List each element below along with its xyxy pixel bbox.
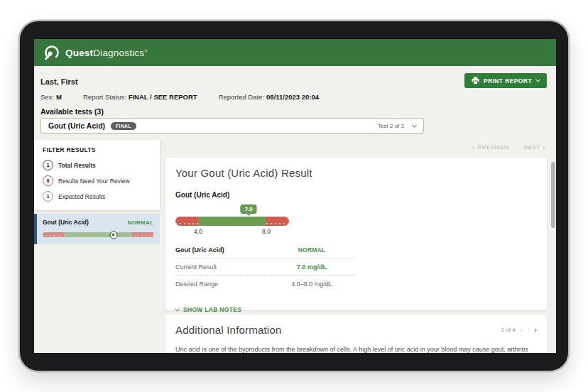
filter-item-total-results[interactable]: 1 Total Results bbox=[43, 160, 153, 170]
filter-item-need-review[interactable]: 0 Results Need Your Review bbox=[43, 175, 153, 186]
next-page-button[interactable]: › bbox=[534, 326, 537, 334]
selected-test: Gout (Uric Acid) FINAL bbox=[48, 121, 136, 130]
brand-logo: QuestDiagnostics® bbox=[43, 45, 148, 61]
table-header-row: Gout (Uric Acid) NORMAL bbox=[175, 241, 354, 258]
quest-logo-icon bbox=[43, 45, 60, 61]
chevron-right-icon: › bbox=[543, 143, 545, 151]
result-test-name: Gout (Uric Acid) bbox=[175, 191, 537, 199]
gauge-value-badge: 7.0 bbox=[241, 205, 257, 214]
patient-sex: Sex:M bbox=[40, 93, 62, 101]
gauge-high-label: 8.0 bbox=[262, 228, 271, 235]
previous-button[interactable]: ‹PREVIOUS bbox=[472, 143, 509, 151]
report-status: Report Status:FINAL / SEE REPORT bbox=[83, 93, 197, 101]
gauge-high-zone bbox=[266, 217, 289, 226]
chevron-down-icon bbox=[535, 77, 540, 82]
reported-date: Reported Date:08/11/2023 20:04 bbox=[219, 93, 319, 101]
current-result-label: Current Result bbox=[175, 263, 217, 271]
show-lab-notes-link[interactable]: SHOW LAB NOTES bbox=[175, 306, 537, 313]
selected-card-test-name: Gout (Uric Acid) bbox=[43, 219, 89, 226]
current-result-value: 7.0 mg/dL bbox=[269, 263, 354, 271]
print-report-label: PRINT REPORT bbox=[484, 77, 532, 85]
normal-status-label: NORMAL bbox=[128, 219, 153, 226]
count-badge-expected: 1 bbox=[43, 191, 53, 202]
gauge-low-zone bbox=[175, 217, 198, 226]
desired-range-label: Desired Range bbox=[175, 281, 218, 288]
gauge-bar bbox=[175, 217, 289, 226]
filter-panel-title: FILTER RESULTS bbox=[43, 146, 153, 153]
filter-label-total: Total Results bbox=[58, 162, 96, 169]
gauge-indicator bbox=[109, 231, 117, 239]
count-badge-total: 1 bbox=[43, 160, 53, 170]
desired-range-value: 4.0–8.0 mg/dL bbox=[269, 281, 354, 288]
chevron-down-icon bbox=[175, 306, 180, 311]
table-test-name: Gout (Uric Acid) bbox=[175, 246, 224, 254]
final-status-badge: FINAL bbox=[111, 122, 136, 130]
registered-mark: ® bbox=[144, 48, 148, 53]
lab-notes-label: SHOW LAB NOTES bbox=[183, 306, 241, 313]
pager-divider: | bbox=[528, 327, 529, 333]
printer-icon bbox=[472, 77, 479, 85]
additional-pager: 1 of 4 ‹ | › bbox=[501, 326, 537, 334]
count-badge-review: 0 bbox=[43, 175, 53, 186]
additional-card-header: Additional Information 1 of 4 ‹ | › bbox=[175, 324, 537, 336]
gauge-normal-zone bbox=[198, 217, 266, 226]
result-table: Gout (Uric Acid) NORMAL Current Result 7… bbox=[175, 241, 354, 292]
brand-name: QuestDiagnostics® bbox=[65, 48, 148, 58]
test-selector-dropdown[interactable]: Gout (Uric Acid) FINAL Test 2 of 3 bbox=[40, 118, 424, 134]
report-status-value: FINAL / SEE REPORT bbox=[129, 93, 197, 101]
result-title: Your Gout (Uric Acid) Result bbox=[175, 167, 537, 179]
prev-page-button[interactable]: ‹ bbox=[521, 326, 523, 334]
filter-label-review: Results Need Your Review bbox=[58, 178, 130, 185]
previous-label: PREVIOUS bbox=[478, 144, 510, 151]
filter-sidebar: FILTER RESULTS 1 Total Results 0 Results… bbox=[34, 140, 160, 244]
gauge-high-zone bbox=[131, 232, 153, 237]
chevron-left-icon: ‹ bbox=[472, 143, 475, 151]
table-status-value: NORMAL bbox=[269, 246, 354, 254]
page-indicator: 1 of 4 bbox=[501, 327, 516, 333]
tablet-frame: QuestDiagnostics® Last, First Sex:M Repo… bbox=[20, 21, 568, 371]
additional-information-card: Additional Information 1 of 4 ‹ | › Uric… bbox=[165, 315, 547, 353]
additional-body-text: Uric acid is one of the byproducts from … bbox=[175, 345, 535, 353]
table-row: Desired Range 4.0–8.0 mg/dL bbox=[175, 276, 354, 292]
sex-value: M bbox=[56, 93, 62, 101]
gauge-low-label: 4.0 bbox=[194, 228, 202, 235]
app-screen: QuestDiagnostics® Last, First Sex:M Repo… bbox=[34, 39, 556, 353]
selected-test-card[interactable]: Gout (Uric Acid) NORMAL bbox=[34, 214, 160, 244]
reported-date-label: Reported Date: bbox=[219, 93, 264, 101]
sex-label: Sex: bbox=[40, 93, 54, 101]
mini-range-gauge bbox=[43, 232, 153, 237]
filter-item-expected[interactable]: 1 Expected Results bbox=[43, 191, 153, 202]
additional-title: Additional Information bbox=[175, 324, 282, 336]
result-card: Your Gout (Uric Acid) Result Gout (Uric … bbox=[165, 158, 547, 310]
result-range-gauge: 7.0 4.0 8.0 bbox=[175, 205, 289, 237]
next-button[interactable]: NEXT› bbox=[523, 143, 545, 151]
available-tests-label: Available tests (3) bbox=[40, 107, 104, 116]
gauge-normal-zone bbox=[65, 232, 131, 237]
results-pager: ‹PREVIOUS NEXT› bbox=[472, 143, 545, 151]
dropdown-right: Test 2 of 3 bbox=[378, 123, 416, 129]
gauge-low-zone bbox=[43, 232, 65, 237]
test-position-label: Test 2 of 3 bbox=[378, 123, 404, 129]
reported-date-value: 08/11/2023 20:04 bbox=[266, 93, 319, 101]
patient-meta: Sex:M Report Status:FINAL / SEE REPORT R… bbox=[40, 93, 319, 101]
print-report-button[interactable]: PRINT REPORT bbox=[464, 73, 547, 88]
selected-card-header: Gout (Uric Acid) NORMAL bbox=[43, 219, 153, 226]
brand-light: Diagnostics bbox=[93, 48, 144, 58]
filter-label-expected: Expected Results bbox=[58, 193, 105, 200]
filter-panel: FILTER RESULTS 1 Total Results 0 Results… bbox=[34, 140, 160, 210]
table-row: Current Result 7.0 mg/dL bbox=[175, 258, 354, 276]
scrollbar-thumb[interactable] bbox=[551, 162, 555, 228]
app-header: QuestDiagnostics® bbox=[34, 39, 556, 66]
brand-bold: Quest bbox=[65, 48, 93, 58]
report-status-label: Report Status: bbox=[83, 93, 126, 101]
next-label: NEXT bbox=[523, 144, 540, 151]
patient-name: Last, First bbox=[40, 77, 78, 86]
selected-test-name: Gout (Uric Acid) bbox=[48, 121, 105, 130]
page-background: QuestDiagnostics® Last, First Sex:M Repo… bbox=[0, 0, 588, 392]
chevron-down-icon bbox=[412, 122, 417, 127]
